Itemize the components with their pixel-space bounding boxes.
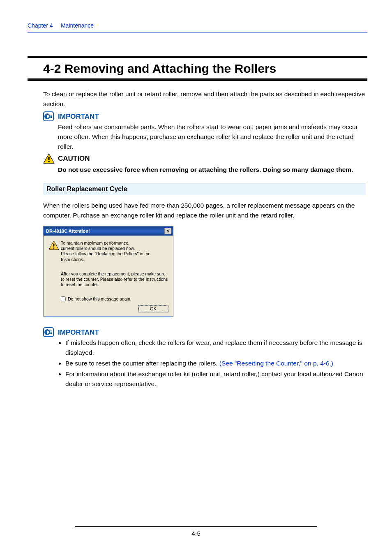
dialog-titlebar: DR-4010C Attention! × [44,227,173,236]
dialog-message-1: To maintain maximum performance, current… [61,240,168,262]
section-title: 4-2 Removing and Attaching the Rollers [28,59,367,78]
important-icon [43,327,55,337]
cycle-text: When the rollers being used have fed mor… [43,201,366,220]
svg-rect-18 [50,333,51,334]
section-rule-top-thick [28,56,367,58]
svg-rect-2 [50,115,51,116]
svg-rect-9 [48,157,49,160]
page-footer: 4-5 [0,526,392,537]
dialog-checkbox-label: Do not show this message again. [68,296,131,301]
page-header: Chapter 4 Maintenance [28,22,367,32]
svg-rect-19 [51,331,52,331]
dialog-message-2: After you complete the replacement, plea… [61,271,168,287]
section-intro: To clean or replace the roller unit or r… [43,89,366,109]
svg-point-10 [48,161,50,162]
attention-dialog: DR-4010C Attention! × To maintain maximu… [43,226,173,317]
svg-rect-6 [51,116,52,117]
subsection-heading: Roller Replacement Cycle [43,183,366,195]
svg-rect-5 [51,115,52,116]
caution-text: Do not use excessive force when removing… [58,165,366,175]
svg-rect-4 [50,117,51,118]
important-text: Feed rollers are consumable parts. When … [58,122,366,152]
svg-rect-12 [53,244,55,247]
chapter-link[interactable]: Chapter 4 [28,22,53,29]
caution-label: CAUTION [55,153,90,163]
caution-callout: CAUTION [43,153,366,164]
dialog-close-button[interactable]: × [164,228,171,234]
dialog-title: DR-4010C Attention! [46,229,90,234]
svg-rect-21 [51,333,52,334]
section-rule-bottom-thin [28,78,367,79]
caution-icon [43,153,55,164]
dialog-ok-button[interactable]: OK [138,305,168,312]
dialog-checkbox-row: Do not show this message again. [61,296,168,301]
important-bullet-list: If misfeeds happen often, check the roll… [58,338,366,389]
important-label: IMPORTANT [55,111,99,121]
important-callout: IMPORTANT [43,111,366,121]
important-label: IMPORTANT [55,327,99,337]
svg-point-13 [53,247,55,249]
svg-rect-7 [51,117,52,118]
svg-rect-20 [51,332,52,333]
svg-rect-16 [50,331,51,331]
page-number: 4-5 [0,530,392,537]
footer-rule [75,526,317,527]
dialog-warning-icon [48,240,61,262]
important-callout-2: IMPORTANT [43,327,366,337]
list-item: If misfeeds happen often, check the roll… [65,338,366,358]
reset-counter-link[interactable]: (See "Resetting the Counter," on p. 4-6.… [219,360,333,367]
chapter-title[interactable]: Maintenance [61,22,94,29]
list-item: Be sure to reset the counter after repla… [65,358,366,368]
svg-rect-17 [50,332,51,333]
list-item: For information about the exchange rolle… [65,369,366,389]
important-icon [43,111,55,121]
dialog-checkbox[interactable] [61,296,66,301]
section-rule-bottom-thick [28,79,367,81]
svg-rect-3 [50,116,51,117]
